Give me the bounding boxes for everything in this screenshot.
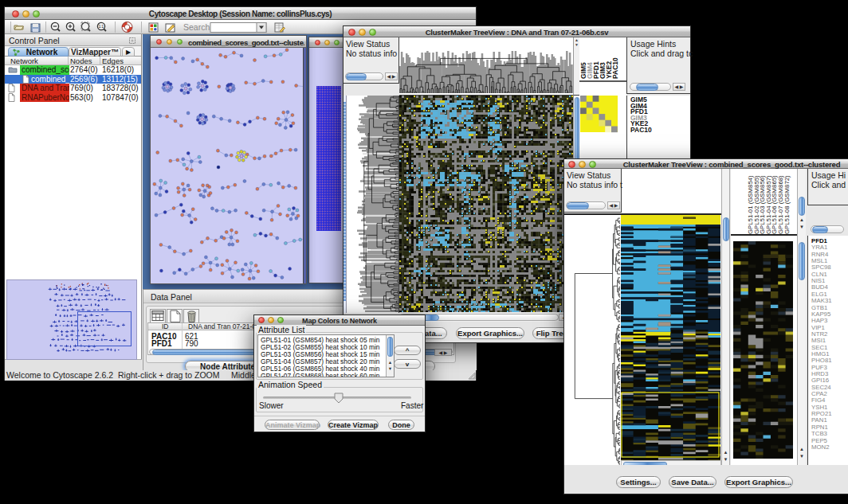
svg-text:GPL51-08 (GSM872): GPL51-08 (GSM872) <box>783 175 791 234</box>
svg-text:PAC10: PAC10 <box>611 57 619 79</box>
svg-text:Search:: Search: <box>183 22 212 32</box>
svg-text:1:1: 1:1 <box>99 25 104 29</box>
